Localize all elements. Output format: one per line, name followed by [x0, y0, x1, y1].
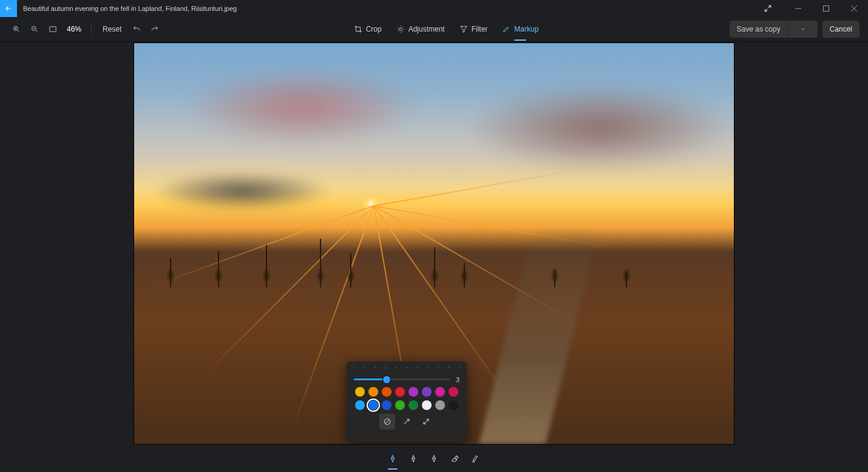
slider-thumb[interactable]	[382, 375, 391, 384]
svg-rect-0	[824, 6, 829, 12]
color-swatch[interactable]	[409, 387, 418, 397]
titlebar: Beautiful autumn evening on the fell in …	[0, 0, 868, 17]
chevron-down-icon	[800, 26, 806, 32]
color-swatch[interactable]	[422, 387, 432, 397]
slider-fill	[354, 378, 387, 380]
tool-none[interactable]	[379, 414, 395, 429]
color-swatch[interactable]	[382, 387, 392, 397]
color-swatch[interactable]	[435, 400, 445, 410]
crop-icon	[354, 25, 362, 33]
undo-button[interactable]	[129, 21, 144, 37]
back-button[interactable]	[0, 0, 17, 17]
color-swatch[interactable]	[422, 400, 432, 410]
highlighter-tool[interactable]	[467, 450, 484, 467]
cancel-button[interactable]: Cancel	[822, 21, 860, 38]
color-swatch[interactable]	[409, 400, 418, 410]
slider-value: 3	[453, 376, 459, 383]
tab-filter[interactable]: Filter	[457, 20, 490, 38]
fit-button[interactable]	[45, 21, 61, 37]
tool-arrow[interactable]	[399, 414, 415, 429]
markup-options-popup: 3	[347, 361, 467, 442]
zoom-out-button[interactable]	[27, 21, 42, 37]
reset-button[interactable]: Reset	[98, 21, 126, 37]
adjustment-icon	[396, 25, 405, 33]
file-title: Beautiful autumn evening on the fell in …	[23, 5, 764, 12]
color-swatch[interactable]	[395, 387, 405, 397]
zoom-in-button[interactable]	[8, 21, 24, 37]
fullscreen-button[interactable]	[764, 4, 772, 13]
tab-adjustment[interactable]: Adjustment	[394, 20, 447, 38]
svg-point-4	[399, 28, 402, 31]
color-swatch[interactable]	[355, 387, 365, 397]
color-swatch[interactable]	[449, 387, 458, 397]
pen-tool-3[interactable]	[426, 450, 442, 467]
canvas-area: 3	[0, 41, 868, 445]
separator	[91, 24, 92, 35]
eraser-tool[interactable]	[446, 450, 463, 467]
close-button[interactable]	[840, 0, 868, 17]
tab-markup[interactable]: Markup	[500, 20, 541, 38]
color-swatch[interactable]	[368, 400, 378, 410]
tool-double-arrow[interactable]	[418, 414, 434, 429]
tab-label: Markup	[514, 25, 538, 33]
slider-ticks	[354, 366, 459, 370]
save-dropdown-button[interactable]	[788, 21, 818, 38]
svg-rect-3	[50, 27, 56, 32]
color-swatch[interactable]	[382, 400, 392, 410]
color-swatch[interactable]	[368, 387, 378, 397]
pen-tool-1[interactable]	[384, 450, 401, 467]
tab-label: Filter	[472, 25, 488, 33]
maximize-button[interactable]	[812, 0, 840, 17]
filter-icon	[459, 25, 468, 33]
pen-tool-2[interactable]	[405, 450, 422, 467]
markup-icon	[502, 25, 510, 33]
minimize-button[interactable]	[784, 0, 812, 17]
tab-label: Adjustment	[409, 25, 445, 33]
color-swatch[interactable]	[355, 400, 365, 410]
color-swatch[interactable]	[395, 400, 405, 410]
save-as-copy-button[interactable]: Save as copy	[730, 21, 788, 38]
markup-tool-bar	[0, 445, 868, 472]
redo-button[interactable]	[147, 21, 163, 37]
photo-canvas[interactable]: 3	[134, 43, 734, 444]
color-swatch[interactable]	[449, 400, 458, 410]
size-slider[interactable]	[354, 378, 450, 380]
color-palette	[350, 387, 463, 410]
color-swatch[interactable]	[435, 387, 445, 397]
tab-label: Crop	[366, 25, 382, 33]
zoom-percentage[interactable]: 46%	[63, 25, 85, 33]
tab-crop[interactable]: Crop	[351, 20, 384, 38]
toolbar: 46% Reset Crop Adjustment Filter Markup	[0, 17, 868, 42]
